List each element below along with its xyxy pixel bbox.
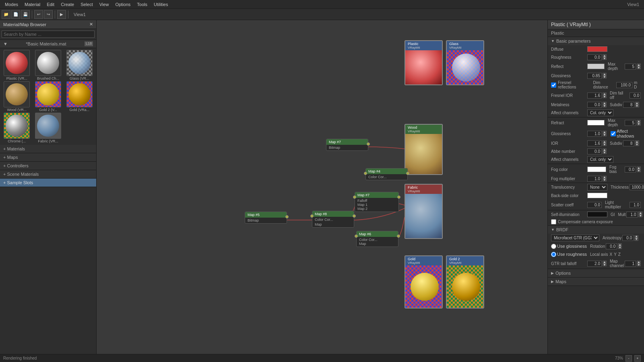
material-thumb-glass[interactable]: Glass (VR... bbox=[64, 50, 95, 80]
input-refract-subdiv[interactable] bbox=[623, 140, 634, 146]
mat-node-fabric[interactable]: Fabric VRayMtl bbox=[405, 184, 443, 239]
node-map7b[interactable]: Map #7 Falloff Map 1 Map 2 bbox=[355, 192, 399, 212]
spin-mapch-down[interactable]: ▼ bbox=[637, 263, 641, 266]
input-gtr-falloff[interactable] bbox=[587, 261, 602, 267]
section-maps-header[interactable]: ▶ Maps bbox=[548, 278, 644, 286]
tool-undo[interactable]: ↩ bbox=[34, 10, 43, 19]
spin-roughness-down[interactable]: ▼ bbox=[603, 57, 607, 60]
spin-maxdepth-down[interactable]: ▼ bbox=[637, 66, 641, 69]
section-options-header[interactable]: ▶ Options bbox=[548, 269, 644, 277]
menu-tools[interactable]: Tools bbox=[134, 2, 151, 7]
node-map8[interactable]: Map #8 Color Cor... Map bbox=[312, 211, 354, 228]
node-map4-port-out[interactable] bbox=[406, 172, 409, 175]
swatch-reflect[interactable] bbox=[587, 64, 605, 69]
input-dim-distance[interactable] bbox=[616, 82, 632, 88]
section-materials[interactable]: + Materials bbox=[0, 145, 96, 153]
input-glossiness[interactable] bbox=[587, 73, 602, 79]
tool-save[interactable]: 💾 bbox=[21, 10, 30, 19]
menu-material[interactable]: Material bbox=[21, 2, 43, 7]
menu-select[interactable]: Select bbox=[77, 2, 96, 7]
node-map7b-port-out[interactable] bbox=[397, 195, 400, 199]
input-fresnel-ior[interactable] bbox=[587, 93, 602, 99]
cb-fresnel[interactable] bbox=[551, 82, 556, 88]
search-input[interactable] bbox=[2, 31, 95, 38]
menu-view[interactable]: View bbox=[96, 2, 112, 7]
tool-redo[interactable]: ↪ bbox=[44, 10, 53, 19]
radio-use-glossiness[interactable] bbox=[551, 244, 556, 249]
node-map6-port-out[interactable] bbox=[397, 234, 400, 238]
spin-mult-down[interactable]: ▼ bbox=[638, 214, 642, 217]
menu-utilities[interactable]: Utilities bbox=[151, 2, 171, 7]
mat-node-plastic[interactable]: Plastic VRayMtl bbox=[405, 40, 443, 85]
section-basic-params-header[interactable]: ▼ Basic parameters bbox=[548, 37, 644, 45]
spin-metalness-down[interactable]: ▼ bbox=[603, 105, 607, 107]
input-abbe[interactable] bbox=[587, 148, 602, 154]
node-map5-port-out[interactable] bbox=[285, 215, 289, 218]
material-thumb-chrome[interactable]: Chrome (... bbox=[2, 113, 32, 143]
material-thumb-plastic[interactable]: Plastic (VR... bbox=[2, 50, 32, 80]
input-dim-falloff[interactable] bbox=[630, 93, 641, 99]
select-brdf-type[interactable]: Microfacet GTR (GGX) bbox=[551, 234, 599, 241]
mat-node-glass[interactable]: Glass VRayMtl bbox=[446, 40, 484, 85]
material-thumb-gold3[interactable]: Gold (VRa... bbox=[64, 81, 95, 112]
spin-aniso-down[interactable]: ▼ bbox=[634, 238, 638, 241]
viewport[interactable]: 人人素材 RRCG Plastic VRayMtl bbox=[97, 20, 547, 362]
menu-edit[interactable]: Edit bbox=[43, 2, 58, 7]
node-map6-port-in[interactable] bbox=[355, 234, 358, 238]
input-light-mult[interactable] bbox=[630, 202, 641, 208]
node-map5[interactable]: Map #5 Bitmap bbox=[245, 212, 287, 224]
tool-new[interactable]: 📁 bbox=[2, 10, 10, 19]
spin-fogmult-down[interactable]: ▼ bbox=[603, 179, 607, 181]
cb-affect-shadows[interactable] bbox=[611, 131, 616, 136]
spin-fresnelior-down[interactable]: ▼ bbox=[603, 95, 607, 98]
material-thumb-gold2[interactable]: Gold 2 (V... bbox=[33, 81, 64, 112]
section-controllers[interactable]: + Controllers bbox=[0, 162, 96, 170]
input-anisotropy[interactable] bbox=[622, 235, 634, 241]
zoom-out-btn[interactable]: - bbox=[625, 355, 632, 362]
input-mult[interactable] bbox=[626, 212, 638, 218]
input-refract-glossiness[interactable] bbox=[587, 131, 602, 137]
spin-abbe-down[interactable]: ▼ bbox=[603, 151, 607, 154]
panel-close-icon[interactable]: ✕ bbox=[89, 22, 93, 27]
input-roughness[interactable] bbox=[587, 54, 602, 60]
select-affect-channels2[interactable]: Col. only bbox=[587, 156, 613, 163]
node-map4-port-in[interactable] bbox=[364, 172, 367, 175]
mat-node-wood[interactable]: Wood VRayMtl bbox=[405, 124, 443, 175]
radio-use-roughness[interactable] bbox=[551, 252, 556, 257]
node-map7[interactable]: Map #7 Bitmap bbox=[326, 139, 368, 151]
spin-fogbias-down[interactable]: ▼ bbox=[637, 169, 641, 172]
input-map-channel[interactable] bbox=[625, 261, 636, 267]
node-map4[interactable]: Map #4 Color Cor... bbox=[365, 168, 408, 180]
menu-options[interactable]: Options bbox=[112, 2, 134, 7]
zoom-in-btn[interactable]: + bbox=[634, 355, 641, 362]
input-metalness[interactable] bbox=[587, 102, 602, 108]
node-map7b-port-in[interactable] bbox=[353, 195, 356, 199]
node-map6[interactable]: Map #6 Color Cor... Map bbox=[356, 231, 398, 247]
input-ior[interactable] bbox=[587, 140, 602, 146]
spin-refsubdiv-down[interactable]: ▼ bbox=[635, 143, 639, 146]
spin-gtr-down[interactable]: ▼ bbox=[603, 263, 607, 266]
section-brdf-header[interactable]: ▼ BRDF bbox=[548, 226, 644, 234]
menu-create[interactable]: Create bbox=[58, 2, 77, 7]
material-thumb-brushed[interactable]: Brushed Ch... bbox=[33, 50, 64, 80]
cb-compensate[interactable] bbox=[551, 219, 556, 224]
select-affect-channels[interactable]: Col. only bbox=[587, 109, 613, 116]
material-thumb-wood[interactable]: Wood (VR... bbox=[2, 81, 32, 112]
input-max-depth[interactable] bbox=[625, 64, 636, 70]
spin-refmaxdepth-down[interactable]: ▼ bbox=[637, 123, 641, 125]
swatch-refract[interactable] bbox=[587, 120, 605, 125]
input-subdiv[interactable] bbox=[623, 102, 634, 108]
spin-subdiv-down[interactable]: ▼ bbox=[635, 105, 639, 107]
select-translucency[interactable]: None bbox=[587, 184, 607, 191]
spin-ior-down[interactable]: ▼ bbox=[603, 143, 607, 146]
section-scene-materials[interactable]: + Scene Materials bbox=[0, 170, 96, 179]
swatch-self-illum[interactable] bbox=[587, 212, 607, 217]
input-scatter-coeff[interactable] bbox=[587, 202, 602, 208]
material-thumb-fabric[interactable]: Fabric (VR... bbox=[33, 113, 64, 143]
spin-glossiness-down[interactable]: ▼ bbox=[603, 76, 607, 78]
input-fog-multiplier[interactable] bbox=[587, 176, 602, 182]
tool-open[interactable]: 📄 bbox=[11, 10, 20, 19]
mat-node-gold[interactable]: Gold VRayMtl bbox=[405, 255, 443, 309]
section-sample-slots[interactable]: + Sample Slots bbox=[0, 179, 96, 187]
input-rotation[interactable] bbox=[606, 243, 617, 249]
